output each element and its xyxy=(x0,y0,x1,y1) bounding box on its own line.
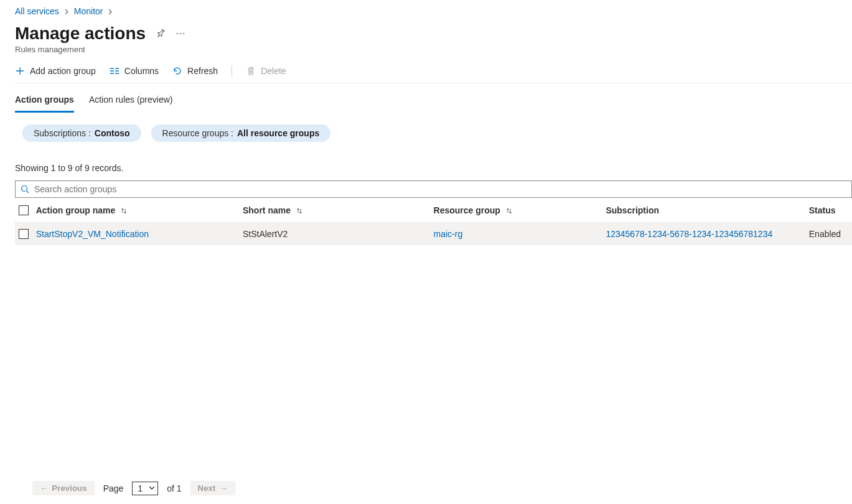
column-header-subscription[interactable]: Subscription xyxy=(606,205,808,215)
chevron-right-icon xyxy=(64,6,69,16)
refresh-button[interactable]: Refresh xyxy=(172,66,218,76)
filter-value: All resource groups xyxy=(237,128,319,138)
toolbar-separator xyxy=(232,65,232,77)
cell-short-name: StStAlertV2 xyxy=(243,229,434,239)
column-label: Subscription xyxy=(606,205,659,215)
select-all-checkbox[interactable] xyxy=(15,205,36,215)
column-label: Resource group xyxy=(434,205,500,215)
resource-group-link[interactable]: maic-rg xyxy=(434,229,463,239)
column-label: Short name xyxy=(243,205,291,215)
filter-bar: Subscriptions : Contoso Resource groups … xyxy=(22,124,852,142)
columns-button[interactable]: Columns xyxy=(110,66,159,76)
search-icon xyxy=(21,185,29,194)
plus-icon xyxy=(15,66,25,76)
column-header-name[interactable]: Action group name xyxy=(36,205,243,215)
toolbar: Add action group Columns Refresh Delete xyxy=(15,65,852,83)
search-input[interactable] xyxy=(34,184,846,194)
chevron-right-icon xyxy=(108,6,113,16)
search-box[interactable] xyxy=(15,180,852,198)
tab-action-groups[interactable]: Action groups xyxy=(15,91,74,113)
cell-status: Enabled xyxy=(809,229,852,239)
action-group-link[interactable]: StartStopV2_VM_Notification xyxy=(36,229,149,239)
filter-pill-resource-groups[interactable]: Resource groups : All resource groups xyxy=(151,124,331,142)
page-title: Manage actions xyxy=(15,24,146,44)
filter-label: Subscriptions : xyxy=(34,128,91,138)
tabs: Action groups Action rules (preview) xyxy=(15,91,852,113)
more-icon[interactable]: ⋯ xyxy=(176,29,185,39)
svg-point-0 xyxy=(22,186,27,192)
toolbar-label: Refresh xyxy=(187,66,218,76)
toolbar-label: Columns xyxy=(124,66,159,76)
row-checkbox[interactable] xyxy=(15,229,36,239)
records-text: Showing 1 to 9 of 9 records. xyxy=(15,163,852,173)
filter-value: Contoso xyxy=(95,128,130,138)
delete-button: Delete xyxy=(246,66,286,76)
pin-icon[interactable] xyxy=(156,29,166,39)
refresh-icon xyxy=(172,66,182,76)
sort-icon xyxy=(296,207,303,214)
table-row: StartStopV2_VM_Notification StStAlertV2 … xyxy=(15,223,852,245)
column-label: Status xyxy=(809,205,836,215)
column-header-resource-group[interactable]: Resource group xyxy=(434,205,606,215)
breadcrumb-link-all-services[interactable]: All services xyxy=(15,6,59,16)
sort-icon xyxy=(120,207,128,214)
column-label: Action group name xyxy=(36,205,116,215)
page-subtitle: Rules management xyxy=(15,45,852,54)
trash-icon xyxy=(246,66,256,76)
breadcrumb: All services Monitor xyxy=(15,6,852,16)
filter-pill-subscriptions[interactable]: Subscriptions : Contoso xyxy=(22,124,141,142)
sort-icon xyxy=(505,207,513,214)
toolbar-label: Add action group xyxy=(30,66,96,76)
breadcrumb-link-monitor[interactable]: Monitor xyxy=(74,6,103,16)
subscription-link[interactable]: 12345678-1234-5678-1234-123456781234 xyxy=(606,229,772,239)
column-header-short-name[interactable]: Short name xyxy=(243,205,434,215)
columns-icon xyxy=(110,66,119,76)
filter-label: Resource groups : xyxy=(162,128,233,138)
toolbar-label: Delete xyxy=(261,66,286,76)
add-action-group-button[interactable]: Add action group xyxy=(15,66,96,76)
column-header-status[interactable]: Status xyxy=(809,205,852,215)
action-groups-table: Action group name Short name Resource gr… xyxy=(15,198,852,245)
tab-action-rules[interactable]: Action rules (preview) xyxy=(89,91,173,113)
